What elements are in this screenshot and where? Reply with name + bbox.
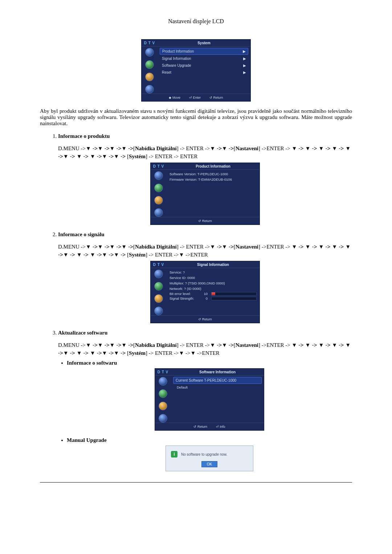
picture-icon [154,282,163,291]
osd-sidebar [142,46,158,94]
bit-error-value: 10 [200,292,208,296]
page-title: Nastavení displeje LCD [40,18,352,25]
nav-path-3: D.MENU ->▼ ->▼ ->▼ ->▼ ->[Nabídka Digitá… [58,341,352,357]
service-id-line: Service ID: 0000 [169,275,257,280]
misc-icon [159,414,167,423]
firmware-version: Firmware Version: T-EMMA2DEUB-0106 [169,177,257,182]
bit-error-bar [211,292,257,296]
multiplex-line: Multiplex: ? (TSID 0000,ONID 0000) [169,280,257,286]
settings-icon [145,73,154,81]
osd-system-menu: D T V System Product Information ▶ Signa… [141,39,251,102]
ok-button[interactable]: OK [201,461,217,467]
current-software-label: Current Software T-PERLDEUC-1000 [176,378,236,382]
settings-icon [154,294,163,303]
osd-brand: D T V [151,164,167,168]
info-icon: i [171,451,177,457]
menu-item-software-upgrade[interactable]: Software Upgrade ▶ [160,62,248,69]
osd-sidebar [155,376,171,423]
picture-icon [145,60,154,69]
section-1-title: Informace o produktu [58,133,352,139]
osd-product-info: D T V Product Information Software Versi… [150,163,260,225]
footer-enter: ⏎ Enter [189,96,201,99]
misc-icon [154,208,163,217]
satellite-icon [159,377,167,386]
satellite-icon [154,270,163,278]
popup-message: No software to upgrade now. [181,452,227,456]
osd-title: Software Information [171,370,264,374]
menu-item-label: Software Upgrade [162,63,191,67]
osd-sidebar [151,268,167,315]
footer-return: ↺ Return [209,96,223,99]
footer-return: ↺ Return [198,219,212,223]
chevron-right-icon: ▶ [243,49,246,53]
intro-paragraph: Aby byl produkt udržován v aktualizované… [40,108,352,127]
osd-signal-info: D T V Signal Information Service: ? Serv… [150,261,260,323]
section-3a-title: Informace o softwaru [67,360,352,366]
osd-brand: D T V [151,263,167,267]
osd-title: Signal Information [167,263,260,267]
bit-error-label: Bit error level: [170,292,200,296]
osd-title: Product Information [167,164,260,168]
nav-path-2: D.MENU ->▼ ->▼ ->▼ ->▼ ->[Nabídka Digitá… [58,243,352,259]
picture-icon [154,184,163,192]
menu-item-reset[interactable]: Reset ▶ [160,69,248,75]
section-3b-title: Manual Upgrade [67,437,352,443]
menu-item-signal-info[interactable]: Signal Information ▶ [160,56,248,62]
picture-icon [159,389,167,398]
signal-strength-value: 0 [200,296,208,300]
bit-error-row: Bit error level: 10 [169,291,257,296]
section-3-title: Aktualizace softwaru [58,330,352,336]
nav-path-1: D.MENU ->▼ ->▼ ->▼ ->▼ ->[Nabídka Digitá… [58,144,352,160]
osd-title: System [158,41,250,45]
chevron-right-icon: ▶ [243,57,246,61]
chevron-right-icon: ▶ [243,70,246,74]
current-software[interactable]: Current Software T-PERLDEUC-1000 [173,377,262,384]
chevron-right-icon: ▶ [243,63,246,67]
settings-icon [159,402,167,410]
menu-item-product-info[interactable]: Product Information ▶ [160,48,248,55]
osd-brand: D T V [142,41,158,45]
service-line: Service: ? [169,270,257,275]
footer-rule [40,482,352,483]
menu-item-label: Product Information [162,49,194,53]
menu-item-label: Reset [162,70,171,74]
network-line: Network: ? (ID 0000) [169,286,257,291]
signal-strength-label: Signal Strength: [170,296,200,300]
osd-sidebar [151,170,167,217]
section-2-title: Informace o signálu [58,231,352,238]
osd-brand: D T V [155,370,171,374]
signal-strength-bar [211,297,257,300]
satellite-icon [154,171,163,180]
popup-no-software: i No software to upgrade now. OK [166,446,253,471]
footer-move: ◆ Move [169,96,180,99]
menu-item-label: Signal Information [162,57,191,61]
signal-strength-row: Signal Strength: 0 [169,296,257,301]
footer-return: ↺ Return [193,425,207,428]
satellite-icon [145,48,154,57]
software-default: Default [173,385,262,390]
misc-icon [154,307,163,315]
software-version: Software Version: T-PERLDEUC-1000 [169,171,257,177]
misc-icon [145,85,154,94]
footer-info: ⏎ Info [216,425,225,428]
settings-icon [154,196,163,205]
osd-software-info: D T V Software Information [155,368,264,431]
footer-return: ↺ Return [198,317,212,321]
